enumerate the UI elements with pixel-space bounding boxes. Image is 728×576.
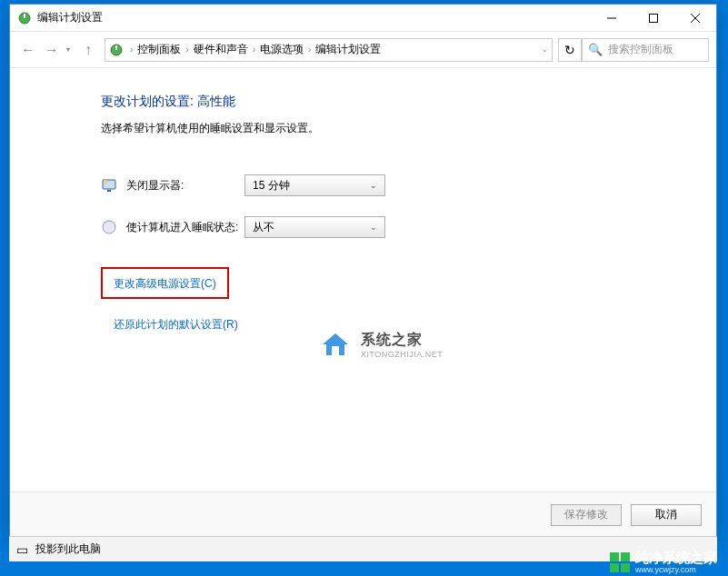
highlighted-link-box: 更改高级电源设置(C) — [101, 267, 229, 299]
power-plan-icon — [109, 43, 124, 57]
watermark-brand: 系统之家 — [361, 331, 443, 350]
breadcrumb-control-panel[interactable]: 控制面板 — [135, 42, 183, 57]
window-title: 编辑计划设置 — [37, 10, 591, 25]
chevron-down-icon: ⌄ — [370, 181, 377, 190]
chevron-right-icon: › — [305, 45, 314, 55]
sleep-label: 使计算机进入睡眠状态: — [126, 220, 244, 235]
address-bar[interactable]: › 控制面板 › 硬件和声音 › 电源选项 › 编辑计划设置 ⌄ — [105, 38, 553, 62]
page-heading: 更改计划的设置: 高性能 — [101, 94, 716, 110]
svg-rect-1 — [24, 14, 25, 18]
advanced-power-settings-link[interactable]: 更改高级电源设置(C) — [114, 277, 216, 290]
display-off-label: 关闭显示器: — [126, 178, 244, 194]
watermark-url: XITONGZHIJIA.NET — [361, 350, 443, 359]
history-dropdown-icon[interactable]: ▾ — [66, 45, 70, 54]
chevron-down-icon: ⌄ — [370, 223, 377, 232]
taskbar-label: 投影到此电脑 — [35, 541, 101, 557]
footer-url: www.ycwjzy.com — [635, 565, 696, 574]
titlebar: 编辑计划设置 — [10, 5, 716, 32]
back-button[interactable]: ← — [17, 39, 39, 61]
display-off-value: 15 分钟 — [253, 178, 290, 194]
svg-point-10 — [104, 180, 107, 184]
search-input[interactable]: 🔍 搜索控制面板 — [582, 38, 709, 62]
chevron-right-icon: › — [250, 45, 258, 55]
restore-defaults-link[interactable]: 还原此计划的默认设置(R) — [114, 318, 238, 331]
links-section: 更改高级电源设置(C) 还原此计划的默认设置(R) — [101, 267, 716, 333]
breadcrumb-hardware-sound[interactable]: 硬件和声音 — [192, 42, 250, 57]
svg-point-11 — [103, 221, 115, 233]
svg-rect-3 — [650, 15, 658, 23]
power-options-icon — [17, 11, 32, 25]
svg-rect-12 — [332, 346, 339, 355]
refresh-button[interactable]: ↻ — [558, 38, 582, 62]
content-area: 更改计划的设置: 高性能 选择希望计算机使用的睡眠设置和显示设置。 关闭显示器:… — [10, 68, 716, 492]
footer-watermark: 纯净系统之家 www.ycwjzy.com — [610, 550, 717, 574]
sleep-icon — [101, 219, 117, 235]
close-button[interactable] — [674, 5, 716, 32]
breadcrumb-edit-plan[interactable]: 编辑计划设置 — [314, 42, 383, 57]
save-button[interactable]: 保存修改 — [551, 504, 622, 526]
minimize-button[interactable] — [591, 5, 633, 32]
svg-rect-9 — [107, 190, 111, 192]
display-off-select[interactable]: 15 分钟 ⌄ — [244, 174, 385, 196]
cancel-button[interactable]: 取消 — [631, 504, 702, 526]
watermark-logo-icon — [319, 330, 352, 359]
setting-row-sleep: 使计算机进入睡眠状态: 从不 ⌄ — [101, 213, 716, 242]
svg-rect-7 — [115, 45, 117, 50]
footer-logo-icon — [610, 552, 630, 572]
breadcrumb-power-options[interactable]: 电源选项 — [258, 42, 305, 57]
window-controls — [591, 5, 716, 31]
up-button[interactable]: ↑ — [77, 39, 99, 61]
page-subheading: 选择希望计算机使用的睡眠设置和显示设置。 — [101, 121, 716, 136]
control-panel-window: 编辑计划设置 ← → ▾ ↑ › 控制面板 › 硬件和声音 › 电源选项 › 编… — [9, 4, 717, 537]
forward-button[interactable]: → — [41, 39, 63, 61]
nav-arrows: ← → ▾ ↑ — [17, 39, 99, 61]
search-icon: 🔍 — [588, 43, 603, 56]
projector-icon: ▭ — [16, 542, 28, 557]
navigation-row: ← → ▾ ↑ › 控制面板 › 硬件和声音 › 电源选项 › 编辑计划设置 ⌄… — [10, 32, 716, 68]
search-placeholder: 搜索控制面板 — [608, 42, 673, 57]
monitor-icon — [101, 177, 117, 194]
maximize-button[interactable] — [633, 5, 674, 32]
chevron-right-icon: › — [183, 45, 191, 55]
button-bar: 保存修改 取消 — [10, 492, 716, 537]
address-dropdown-icon[interactable]: ⌄ — [542, 45, 548, 54]
chevron-right-icon: › — [127, 45, 135, 55]
setting-row-display-off: 关闭显示器: 15 分钟 ⌄ — [101, 171, 716, 200]
sleep-value: 从不 — [253, 220, 274, 235]
sleep-select[interactable]: 从不 ⌄ — [244, 216, 385, 238]
watermark: 系统之家 XITONGZHIJIA.NET — [319, 330, 443, 359]
